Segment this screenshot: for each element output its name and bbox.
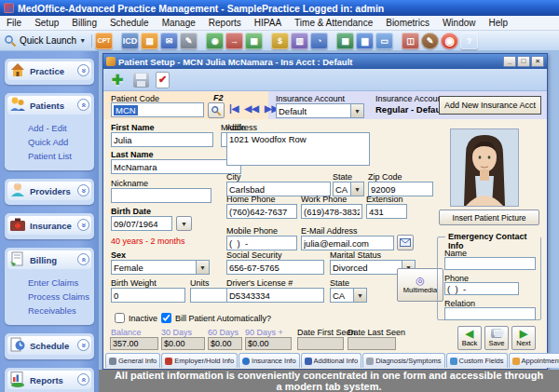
insurance-account-select[interactable]: Default▼ (276, 103, 364, 118)
menu-item[interactable]: Biometrics (379, 18, 436, 28)
bar-chart-icon[interactable]: ▆ (356, 33, 374, 49)
schedule-report-icon[interactable]: ◔ (310, 33, 328, 49)
dl-state-select[interactable]: CA▼ (330, 288, 367, 303)
icd-codes-icon[interactable]: ICD (121, 33, 139, 49)
first-record-button[interactable]: |◀ (229, 103, 239, 114)
birth-date-dropdown-button[interactable]: ▼ (176, 216, 192, 231)
expand-chevron-icon[interactable]: » (77, 64, 89, 76)
sidebar-header-practice[interactable]: Practice » (7, 61, 91, 80)
menu-item[interactable]: Window (436, 18, 483, 28)
drivers-license-input[interactable] (226, 288, 324, 303)
menu-item[interactable]: Setup (28, 18, 65, 28)
menu-item[interactable]: Time & Attendance (288, 18, 379, 28)
emergency-phone-input[interactable] (444, 282, 519, 295)
first-name-input[interactable] (111, 132, 213, 147)
sidebar-item-patient-list[interactable]: Patient List (28, 151, 91, 161)
birth-weight-input[interactable] (111, 288, 185, 303)
sidebar-header-insurance[interactable]: Insurance » (7, 216, 91, 235)
help-icon[interactable]: ? (460, 33, 478, 49)
close-button[interactable]: × (531, 56, 544, 67)
sex-select[interactable]: Female▼ (111, 260, 210, 275)
maximize-button[interactable]: □ (517, 56, 530, 67)
tab-custom-fields[interactable]: Custom Fields (446, 353, 508, 368)
tab-employer-hold-info[interactable]: Employer/Hold Info (161, 353, 238, 368)
sidebar-header-patients[interactable]: Patients « (7, 96, 91, 115)
save-button[interactable]: Save (484, 326, 509, 350)
sidebar-item-add-edit[interactable]: Add - Edit (28, 123, 91, 133)
calculator-icon[interactable]: ▦ (336, 33, 354, 49)
ledger-icon[interactable]: ▥ (291, 33, 308, 49)
messages-icon[interactable]: ✉ (160, 33, 178, 49)
sidebar-item-process-claims[interactable]: Process Claims (28, 291, 91, 302)
sidebar-header-billing[interactable]: Billing « (7, 250, 91, 269)
minimize-button[interactable]: _ (503, 56, 516, 67)
next-button[interactable]: ▶Next (511, 326, 536, 350)
add-patient-icon[interactable]: ✚ (108, 71, 127, 89)
sidebar-header-reports[interactable]: Reports « (7, 371, 91, 389)
extension-input[interactable] (366, 204, 407, 219)
bill-automatically-checkbox[interactable]: Bill Patient Automatically? (161, 313, 271, 323)
sidebar-item-quick-add[interactable]: Quick Add (28, 137, 91, 147)
emergency-name-input[interactable] (444, 257, 536, 270)
prev-record-button[interactable]: ◀◀ (245, 103, 259, 114)
nickname-input[interactable] (111, 188, 211, 203)
menu-item[interactable]: Help (482, 18, 514, 28)
tab-additional-info[interactable]: Additional Info (301, 353, 362, 368)
patient-edit-icon[interactable]: ✎ (180, 33, 198, 49)
email-input[interactable] (301, 236, 394, 250)
sidebar-header-schedule[interactable]: Schedule » (7, 336, 91, 355)
menu-item[interactable]: File (0, 18, 28, 28)
expand-chevron-icon[interactable]: » (77, 184, 89, 196)
menu-item[interactable]: Billing (65, 18, 103, 28)
ssn-input[interactable] (226, 260, 324, 275)
monitor-icon[interactable]: ▭ (375, 33, 393, 49)
menu-item[interactable]: Manage (156, 18, 202, 28)
tab-appointments[interactable]: Appointments (509, 353, 559, 368)
expand-chevron-icon[interactable]: » (77, 339, 89, 351)
menu-item[interactable]: HIPAA (248, 18, 288, 28)
sidebar-item-enter-claims[interactable]: Enter Claims (28, 277, 91, 288)
save-icon[interactable] (133, 73, 149, 88)
last-name-input[interactable] (111, 159, 241, 174)
back-button[interactable]: ◀Back (457, 326, 482, 350)
menu-item[interactable]: Schedule (103, 18, 156, 28)
date-last-seen-label: Date Last Seen (348, 328, 405, 337)
mobile-phone-input[interactable] (226, 236, 297, 250)
days90-label: 90 Days + (245, 328, 283, 337)
verify-icon[interactable]: ✔ (156, 72, 170, 88)
emergency-relation-input[interactable] (444, 307, 536, 320)
patient-card-icon[interactable]: ▤ (141, 33, 158, 49)
send-email-button[interactable] (397, 235, 414, 250)
days30-label: 30 Days (161, 328, 192, 337)
tab-diagnosis-symptoms[interactable]: Diagnosis/Symptoms (362, 353, 444, 368)
add-new-insurance-button[interactable]: Add New Insurance Acct (439, 96, 541, 115)
quick-launch[interactable]: Quick Launch ▼ (4, 34, 92, 47)
collapse-chevron-icon[interactable]: « (77, 373, 89, 385)
collapse-chevron-icon[interactable]: « (77, 253, 89, 265)
app-icon (4, 3, 14, 13)
insert-patient-picture-button[interactable]: Insert Patient Picture (439, 210, 539, 225)
expand-chevron-icon[interactable]: » (77, 219, 89, 231)
sex-label: Sex (111, 250, 126, 260)
birth-date-input[interactable] (111, 216, 172, 231)
sidebar-item-receivables[interactable]: Receivables (28, 305, 91, 316)
home-phone-input[interactable] (226, 204, 297, 219)
cpt-codes-icon[interactable]: CPT (95, 33, 113, 49)
network-icon[interactable]: ◫ (402, 33, 419, 49)
biometrics-icon[interactable]: ◉ (441, 33, 458, 49)
attendance-notes-icon[interactable]: ✎ (421, 33, 439, 49)
camera-icon[interactable]: ◉ (206, 33, 224, 49)
tab-general-info[interactable]: General Info (105, 353, 160, 368)
address-input[interactable]: 1021 Woodfox Row (226, 132, 370, 166)
work-phone-input[interactable] (301, 204, 362, 219)
statement-export-icon[interactable]: $ (271, 33, 289, 49)
patient-code-input[interactable]: MCN (111, 102, 204, 117)
collapse-chevron-icon[interactable]: « (77, 99, 89, 111)
patient-transfer-icon[interactable]: → (225, 33, 243, 49)
menu-item[interactable]: Reports (202, 18, 248, 28)
tab-insurance-info[interactable]: Insurance Info (239, 353, 300, 368)
billing-form-icon[interactable]: ▦ (245, 33, 263, 49)
patient-search-button[interactable] (208, 102, 225, 118)
inactive-checkbox[interactable]: Inactive (115, 313, 157, 323)
sidebar-header-providers[interactable]: Providers » (7, 182, 91, 200)
